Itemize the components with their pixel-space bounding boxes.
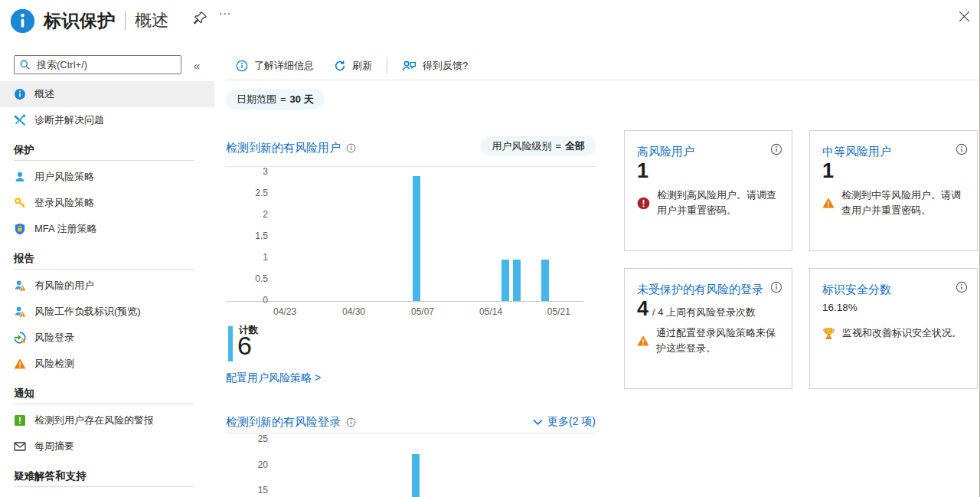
- sidebar-item[interactable]: 风险检测: [0, 351, 214, 377]
- shield-icon: [14, 223, 26, 235]
- sidebar-item[interactable]: 诊断并解决问题: [0, 107, 214, 133]
- sidebar-item-label: 检测到用户存在风险的警报: [34, 414, 154, 427]
- sidebar-item[interactable]: 风险登录: [0, 325, 214, 351]
- user-warning-icon: [14, 280, 26, 292]
- bar: [513, 260, 521, 301]
- sidebar-section-title: 报告: [0, 251, 214, 266]
- y-axis-tick-label: 0: [226, 295, 268, 306]
- sidebar-item[interactable]: 检测到用户存在风险的警报: [0, 407, 214, 433]
- card-description-text: 检测到高风险用户。请调查用户并重置密码。: [657, 188, 784, 217]
- feedback-button[interactable]: 得到反馈?: [392, 55, 478, 76]
- sidebar-section-title: 疑难解答和支持: [0, 469, 214, 484]
- refresh-label: 刷新: [352, 59, 372, 73]
- y-axis-tick-label: 2: [226, 209, 268, 220]
- sidebar-item-label: 风险登录: [34, 331, 74, 345]
- filter-operator: =: [555, 140, 561, 152]
- card-description-text: 检测到中等风险用户。请调查用户并重置密码。: [841, 188, 969, 217]
- trophy-icon: [822, 326, 835, 341]
- card-description: 监视和改善标识安全状况。: [822, 325, 969, 341]
- bar: [412, 454, 420, 497]
- summary-card: 标识安全分数16.18%监视和改善标识安全状况。: [809, 268, 978, 389]
- sidebar-item-label: 风险工作负载标识(预览): [34, 305, 141, 319]
- card-title-link[interactable]: 标识安全分数: [822, 283, 891, 297]
- card-value: 1: [637, 159, 648, 183]
- x-axis-line: [226, 301, 583, 302]
- more-items-link[interactable]: 更多(2 项): [533, 415, 596, 429]
- sidebar-item[interactable]: 用户风险策略: [0, 164, 214, 190]
- sidebar-section-title: 通知: [0, 386, 214, 401]
- sidebar-item[interactable]: 有风险的用户: [0, 273, 214, 299]
- more-options-icon[interactable]: …: [218, 3, 232, 18]
- y-axis-tick-label: 2.5: [226, 188, 268, 198]
- user-icon: [14, 171, 26, 183]
- sidebar-item-label: MFA 注册策略: [34, 222, 97, 236]
- sidebar-item[interactable]: 风险工作负载标识(预览): [0, 299, 214, 325]
- info-icon[interactable]: [956, 281, 968, 293]
- collapse-sidebar-icon[interactable]: «: [188, 57, 206, 74]
- info-icon[interactable]: [346, 417, 356, 427]
- info-icon: [236, 60, 248, 72]
- breadcrumb: 标识保护 概述: [44, 8, 168, 34]
- warning-icon: [14, 358, 26, 370]
- filter-label: 用户风险级别: [492, 139, 551, 153]
- info-icon: [14, 88, 26, 100]
- error-badge-icon: [637, 188, 650, 217]
- risky-signins-chart-title[interactable]: 检测到新的有风险登录: [226, 415, 356, 430]
- info-icon[interactable]: [770, 281, 782, 293]
- risky-users-chart: 检测到新的有风险用户 用户风险级别 = 全部 计数 6 配置用户风险策略 > 3…: [226, 138, 596, 391]
- divider: [226, 433, 596, 433]
- search-box[interactable]: [14, 55, 181, 74]
- legend-count-value: 6: [237, 332, 252, 360]
- filter-value: 全部: [565, 139, 585, 153]
- card-description-text: 通过配置登录风险策略来保护这些登录。: [656, 325, 784, 355]
- command-bar: 了解详细信息 刷新 得到反馈?: [226, 55, 478, 76]
- y-axis-tick-label: 25: [226, 433, 268, 444]
- sidebar-item-label: 风险检测: [34, 357, 74, 371]
- chart-title-text: 检测到新的有风险登录: [226, 415, 341, 430]
- identity-protection-blade-icon: [10, 8, 35, 34]
- signin-warning-icon: [14, 332, 26, 344]
- search-icon: [19, 59, 31, 70]
- card-description: 通过配置登录风险策略来保护这些登录。: [637, 325, 784, 355]
- divider: [226, 80, 980, 80]
- warning-icon: [637, 326, 649, 355]
- summary-card: 未受保护的有风险的登录4/ 4 上周有风险登录次数通过配置登录风险策略来保护这些…: [624, 268, 792, 389]
- bar: [541, 260, 549, 301]
- info-icon[interactable]: [770, 143, 782, 155]
- sidebar-item[interactable]: 登录风险策略: [0, 190, 214, 216]
- date-range-filter-pill[interactable]: 日期范围 = 30 天: [226, 89, 325, 110]
- card-title-link[interactable]: 高风险用户: [637, 145, 694, 159]
- sidebar-item[interactable]: 概述: [0, 81, 214, 107]
- refresh-button[interactable]: 刷新: [324, 55, 382, 76]
- sidebar-item-label: 诊断并解决问题: [34, 113, 104, 127]
- refresh-icon: [334, 60, 346, 72]
- info-icon[interactable]: [346, 143, 356, 153]
- card-title-link[interactable]: 未受保护的有风险的登录: [637, 283, 763, 297]
- divider: [14, 404, 194, 404]
- page-subtitle: 概述: [135, 9, 168, 32]
- configure-user-risk-policy-link[interactable]: 配置用户风险策略 >: [226, 371, 321, 385]
- card-title-link[interactable]: 中等风险用户: [822, 145, 891, 159]
- pin-icon[interactable]: [192, 10, 207, 25]
- legend-swatch: [228, 326, 233, 361]
- y-axis-tick-label: 3: [226, 166, 268, 177]
- x-axis-tick-label: 05/21: [534, 306, 583, 317]
- search-input[interactable]: [35, 58, 176, 71]
- sidebar-item-label: 登录风险策略: [34, 196, 94, 210]
- identity-protection-blade: 标识保护 概述 … « 概述诊断并解决问题保护用户风险策略登录风险策略MFA 注…: [0, 0, 980, 497]
- y-axis-tick-label: 1: [226, 252, 268, 263]
- alert-icon: [14, 414, 26, 427]
- learn-more-label: 了解详细信息: [254, 59, 314, 73]
- sidebar-menu: 概述诊断并解决问题保护用户风险策略登录风险策略MFA 注册策略报告有风险的用户风…: [0, 81, 214, 490]
- sidebar-item[interactable]: MFA 注册策略: [0, 216, 214, 242]
- learn-more-button[interactable]: 了解详细信息: [226, 55, 324, 76]
- risky-users-chart-title[interactable]: 检测到新的有风险用户: [226, 141, 356, 155]
- user-risk-level-filter-pill[interactable]: 用户风险级别 = 全部: [481, 136, 596, 156]
- close-icon[interactable]: [956, 8, 972, 24]
- x-axis-tick-label: 05/07: [398, 306, 447, 317]
- y-axis-tick-label: 15: [226, 485, 268, 495]
- divider: [226, 166, 596, 167]
- y-axis-tick-label: 0.5: [226, 273, 268, 284]
- info-icon[interactable]: [956, 143, 968, 155]
- sidebar-item[interactable]: 每周摘要: [0, 433, 214, 459]
